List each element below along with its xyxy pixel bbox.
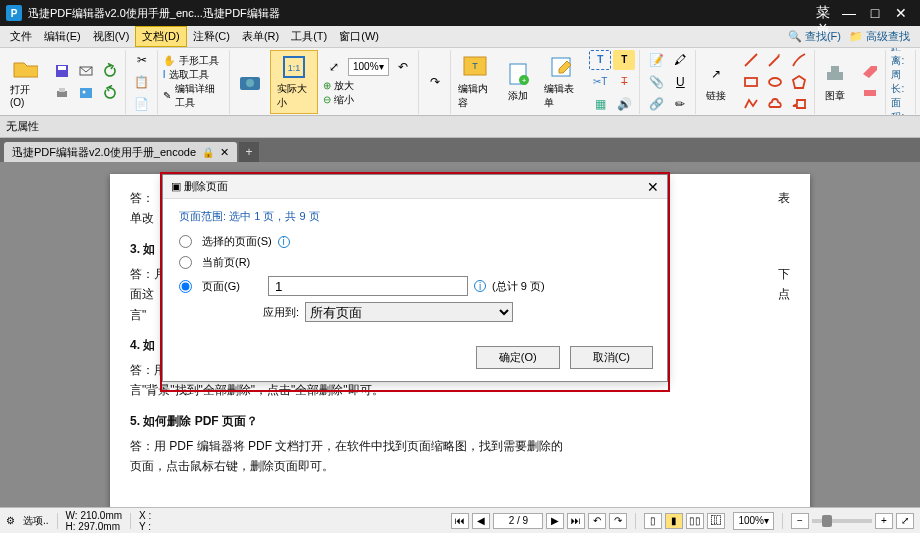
rotate-left-icon[interactable]: ↶ xyxy=(392,57,414,77)
callout-icon[interactable] xyxy=(788,94,810,114)
first-page-button[interactable]: ⏮ xyxy=(451,513,469,529)
zoom-combo[interactable]: 100% ▾ xyxy=(348,58,389,76)
line-icon[interactable] xyxy=(740,50,762,70)
hand-tool-button[interactable]: ✋ 手形工具 xyxy=(163,54,219,68)
save-icon[interactable] xyxy=(51,61,73,81)
cloud-icon[interactable] xyxy=(764,94,786,114)
mail-icon[interactable] xyxy=(75,61,97,81)
strikethrough-icon[interactable]: T xyxy=(613,72,635,92)
copy-icon[interactable]: 📋 xyxy=(131,72,153,92)
options-link[interactable]: 选项.. xyxy=(23,514,49,528)
radio-current-page[interactable] xyxy=(179,256,192,269)
actual-size-button[interactable]: 1:1 实际大小 xyxy=(270,50,318,114)
menu-document[interactable]: 文档(D) xyxy=(135,26,186,47)
rect-icon[interactable] xyxy=(740,72,762,92)
snapshot-button[interactable] xyxy=(231,50,269,114)
status-zoom-combo[interactable]: 100% ▾ xyxy=(733,512,774,530)
close-button[interactable]: ✕ xyxy=(888,5,914,21)
sound-icon[interactable]: 🔊 xyxy=(613,94,635,114)
highlighter-icon[interactable]: 🖍 xyxy=(669,50,691,70)
fit-page-icon[interactable]: ⤢ xyxy=(323,57,345,77)
paste-icon[interactable]: 📄 xyxy=(131,94,153,114)
area-button[interactable]: 面积: xyxy=(891,96,911,117)
dialog-close-button[interactable]: ✕ xyxy=(647,179,659,195)
stamp-button[interactable]: 图章 xyxy=(816,50,854,114)
arrow-icon[interactable] xyxy=(764,50,786,70)
nav-back-button[interactable]: ↶ xyxy=(588,513,606,529)
two-page-icon[interactable]: ▯▯ xyxy=(686,513,704,529)
zoom-out-button[interactable]: − xyxy=(791,513,809,529)
text-box-icon[interactable]: T xyxy=(589,50,611,70)
image-icon[interactable] xyxy=(75,83,97,103)
option-selected-pages[interactable]: 选择的页面(S) i xyxy=(179,234,651,249)
nav-forward-button[interactable]: ↷ xyxy=(609,513,627,529)
ok-button[interactable]: 确定(O) xyxy=(476,346,560,369)
cancel-button[interactable]: 取消(C) xyxy=(570,346,653,369)
eraser-icon[interactable] xyxy=(859,61,881,81)
document-tab[interactable]: 迅捷PDF编辑器v2.0使用手册_encode 🔒 ✕ xyxy=(4,142,237,162)
settings-icon[interactable]: ⚙ xyxy=(6,515,15,526)
eraser2-icon[interactable] xyxy=(859,83,881,103)
perimeter-button[interactable]: 周长: xyxy=(891,68,911,96)
attach-icon[interactable]: 📎 xyxy=(645,72,667,92)
add-button[interactable]: + 添加 xyxy=(499,50,537,114)
pages-input[interactable] xyxy=(268,276,468,296)
redo-icon[interactable] xyxy=(99,83,121,103)
text-image-icon[interactable]: ▦ xyxy=(589,94,611,114)
single-page-icon[interactable]: ▯ xyxy=(644,513,662,529)
print-icon[interactable] xyxy=(51,83,73,103)
polygon-icon[interactable] xyxy=(788,72,810,92)
menu-edit[interactable]: 编辑(E) xyxy=(38,27,87,46)
fit-button[interactable]: ⤢ xyxy=(896,513,914,529)
rotate-right-icon[interactable]: ↷ xyxy=(424,72,446,92)
cut-icon[interactable]: ✂ xyxy=(131,50,153,70)
info-icon[interactable]: i xyxy=(278,236,290,248)
radio-pages[interactable] xyxy=(179,280,192,293)
minimize-button[interactable]: — xyxy=(836,5,862,21)
prev-page-button[interactable]: ◀ xyxy=(472,513,490,529)
polyline-icon[interactable] xyxy=(740,94,762,114)
underline-icon[interactable]: U xyxy=(669,72,691,92)
distance-button[interactable]: 距离: xyxy=(891,48,911,68)
menu-comment[interactable]: 注释(C) xyxy=(187,27,236,46)
oval-icon[interactable] xyxy=(764,72,786,92)
menu-window[interactable]: 窗口(W) xyxy=(333,27,385,46)
last-page-button[interactable]: ⏭ xyxy=(567,513,585,529)
edit-form-button[interactable]: 编辑表单 xyxy=(538,50,584,114)
highlight-text-icon[interactable]: T xyxy=(613,50,635,70)
zoom-out-button[interactable]: ⊖缩小 xyxy=(323,93,354,107)
zoom-slider[interactable] xyxy=(812,519,872,523)
option-pages[interactable]: 页面(G) i (总计 9 页) xyxy=(179,276,651,296)
menu-view[interactable]: 视图(V) xyxy=(87,27,136,46)
two-scroll-icon[interactable]: ⿲ xyxy=(707,513,725,529)
link-button[interactable]: ↗ 链接 xyxy=(697,50,735,114)
edit-detail-button[interactable]: ✎ 编辑详细工具 xyxy=(163,82,225,110)
continuous-icon[interactable]: ▮ xyxy=(665,513,683,529)
pencil-icon[interactable]: ✏ xyxy=(669,94,691,114)
page-number-field[interactable] xyxy=(493,513,543,529)
advanced-search-link[interactable]: 📁 高级查找 xyxy=(849,29,910,44)
add-tab-button[interactable]: + xyxy=(239,142,259,162)
zoom-in-button[interactable]: + xyxy=(875,513,893,529)
info-icon[interactable]: i xyxy=(474,280,486,292)
maximize-button[interactable]: □ xyxy=(862,5,888,21)
apply-to-select[interactable]: 所有页面 xyxy=(305,302,513,322)
tab-close-icon[interactable]: ✕ xyxy=(220,146,229,159)
radio-selected-pages[interactable] xyxy=(179,235,192,248)
menu-form[interactable]: 表单(R) xyxy=(236,27,285,46)
note-icon[interactable]: 📝 xyxy=(645,50,667,70)
shapes-group xyxy=(736,50,815,114)
option-current-page[interactable]: 当前页(R) xyxy=(179,255,651,270)
menu-file[interactable]: 文件 xyxy=(4,27,38,46)
menu-tools[interactable]: 工具(T) xyxy=(285,27,333,46)
zoom-in-button[interactable]: ⊕放大 xyxy=(323,79,354,93)
link-chain-icon[interactable]: 🔗 xyxy=(645,94,667,114)
undo-icon[interactable] xyxy=(99,61,121,81)
open-button[interactable]: 打开(O) xyxy=(4,50,46,114)
text-cut-icon[interactable]: ✂T xyxy=(589,72,611,92)
next-page-button[interactable]: ▶ xyxy=(546,513,564,529)
pencil-shape-icon[interactable] xyxy=(788,50,810,70)
search-link[interactable]: 🔍 查找(F) xyxy=(788,29,841,44)
edit-content-button[interactable]: T 编辑内容 xyxy=(452,50,498,114)
select-tool-button[interactable]: I 选取工具 xyxy=(163,68,210,82)
